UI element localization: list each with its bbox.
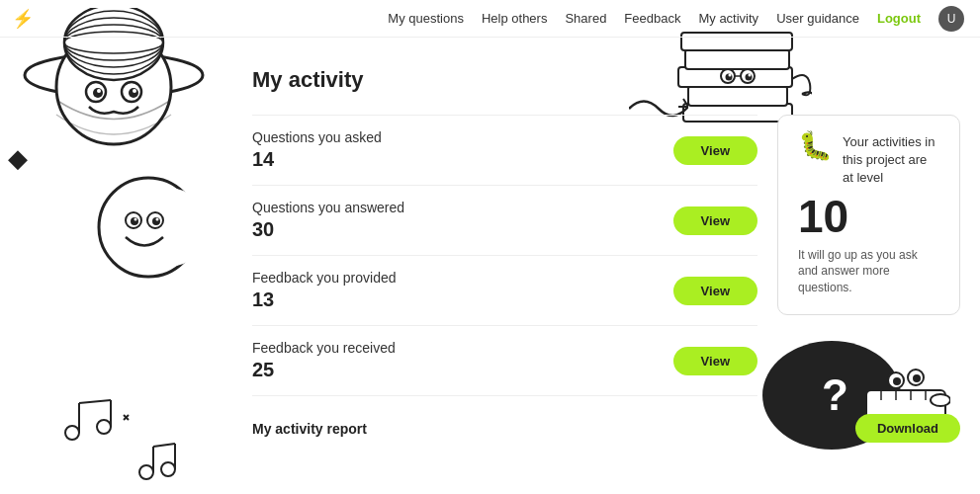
report-row: My activity report Download <box>252 396 960 447</box>
level-description: It will go up as you ask and answer more… <box>798 247 939 296</box>
activity-count: 30 <box>252 218 404 241</box>
page-title: My activity <box>252 67 960 93</box>
app-logo: ⚡ <box>12 8 34 30</box>
level-card-header: 🐛 Your activities in this project are at… <box>798 133 939 188</box>
activity-label: Questions you asked <box>252 129 382 145</box>
level-number: 10 <box>798 194 939 239</box>
nav-my-questions[interactable]: My questions <box>388 11 464 26</box>
download-button[interactable]: Download <box>855 414 960 443</box>
activity-row-feedback-received: Feedback you received25View <box>252 326 757 396</box>
activity-label: Questions you answered <box>252 200 404 215</box>
activity-info: Feedback you provided13 <box>252 270 397 311</box>
activity-list: Questions you asked14ViewQuestions you a… <box>252 115 757 396</box>
activity-info: Questions you answered30 <box>252 200 404 241</box>
view-button-questions-asked[interactable]: View <box>673 136 757 165</box>
nav-feedback[interactable]: Feedback <box>624 11 680 26</box>
activity-count: 14 <box>252 148 382 171</box>
report-label: My activity report <box>252 421 367 437</box>
activity-count: 25 <box>252 359 396 381</box>
user-avatar[interactable]: U <box>938 6 964 32</box>
view-button-feedback-provided[interactable]: View <box>673 277 757 305</box>
nav-user-guidance[interactable]: User guidance <box>776 11 859 26</box>
activity-label: Feedback you provided <box>252 270 397 286</box>
activity-count: 13 <box>252 288 397 311</box>
main-section: My activity Questions you asked14ViewQue… <box>232 38 980 494</box>
nav-links: My questions Help others Shared Feedback… <box>388 6 964 32</box>
page-content: My activity Questions you asked14ViewQue… <box>0 38 980 494</box>
level-card: 🐛 Your activities in this project are at… <box>777 115 960 315</box>
level-icon: 🐛 <box>798 129 833 162</box>
nav-my-activity[interactable]: My activity <box>698 11 758 26</box>
nav-shared[interactable]: Shared <box>565 11 606 26</box>
activity-info: Questions you asked14 <box>252 129 382 171</box>
nav-logout[interactable]: Logout <box>877 11 921 26</box>
activity-row-questions-answered: Questions you answered30View <box>252 186 757 256</box>
activity-row-feedback-provided: Feedback you provided13View <box>252 256 757 326</box>
activity-label: Feedback you received <box>252 340 396 356</box>
activity-row-questions-asked: Questions you asked14View <box>252 115 757 186</box>
activity-grid: Questions you asked14ViewQuestions you a… <box>252 115 960 396</box>
navbar: ⚡ My questions Help others Shared Feedba… <box>0 0 980 38</box>
activity-info: Feedback you received25 <box>252 340 396 381</box>
nav-help-others[interactable]: Help others <box>482 11 547 26</box>
level-card-title: Your activities in this project are at l… <box>843 133 939 188</box>
view-button-feedback-received[interactable]: View <box>673 347 757 375</box>
view-button-questions-answered[interactable]: View <box>673 206 757 235</box>
